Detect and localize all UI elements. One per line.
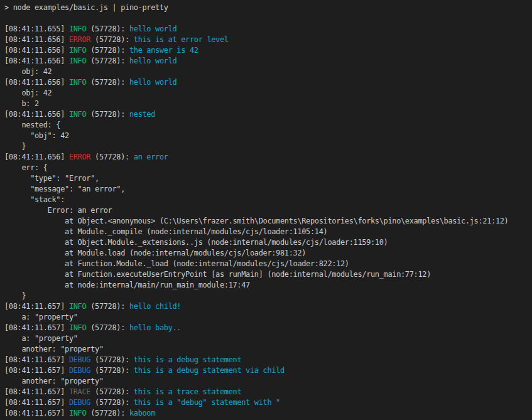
log-line: another: "property": [4, 376, 532, 387]
log-text: (57728):: [86, 46, 129, 55]
command-line: > node examples/basic.js | pino-pretty: [4, 3, 532, 13]
log-level-badge: DEBUG: [69, 366, 90, 375]
log-text: (57728):: [86, 323, 129, 332]
log-output: [08:41:11.655] INFO (57728): hello world…: [4, 13, 532, 419]
log-level-badge: TRACE: [69, 387, 90, 396]
log-line: err: {: [4, 163, 532, 173]
log-line: }: [4, 291, 532, 301]
log-line: at node:internal/main/run_main_module:17…: [4, 280, 532, 291]
log-line: a: "property": [4, 312, 532, 323]
log-line: }: [4, 141, 532, 152]
log-text: [08:41:11.657]: [4, 387, 69, 396]
log-level-badge: INFO: [69, 24, 86, 33]
log-level-badge: INFO: [69, 57, 86, 65]
log-message: hello child!: [129, 302, 181, 311]
log-line: "type": "Error",: [4, 173, 532, 184]
log-text: [08:41:11.657]: [4, 302, 69, 311]
log-line: at Module._compile (node:internal/module…: [4, 227, 532, 237]
log-level-badge: INFO: [69, 323, 86, 332]
log-text: [08:41:11.657]: [4, 409, 69, 417]
log-line: [08:41:11.656] INFO (57728): hello world: [4, 77, 532, 88]
log-text: [08:41:11.656]: [4, 35, 69, 44]
log-text: Error: an error: [4, 206, 112, 215]
log-message: hello world: [129, 78, 176, 87]
log-text: [08:41:11.656]: [4, 46, 69, 55]
log-line: a: "property": [4, 333, 532, 344]
log-text: at Object.Module._extensions..js (node:i…: [4, 238, 388, 247]
log-line: b: 2: [4, 99, 532, 109]
log-text: (57728):: [90, 355, 134, 364]
log-text: "type": "Error",: [4, 174, 99, 183]
log-text: (57728):: [86, 57, 129, 65]
log-text: [08:41:11.657]: [4, 366, 69, 375]
log-message: this is a debug statement via child: [134, 366, 285, 375]
log-text: [08:41:11.656]: [4, 110, 69, 119]
log-text: }: [4, 142, 26, 151]
log-text: [08:41:11.655]: [4, 24, 69, 33]
log-line: [08:41:11.657] DEBUG (57728): this is a …: [4, 397, 532, 408]
log-text: [08:41:11.656]: [4, 78, 69, 87]
log-line: at Module.load (node:internal/modules/cj…: [4, 248, 532, 259]
log-text: (57728):: [90, 153, 134, 161]
log-text: a: "property": [4, 313, 78, 321]
log-line: [08:41:11.656] INFO (57728): the answer …: [4, 45, 532, 56]
log-line: at Function.executeUserEntryPoint [as ru…: [4, 269, 532, 280]
log-line: [08:41:11.657] INFO (57728): hello baby.…: [4, 323, 532, 333]
log-text: nested: {: [4, 121, 60, 129]
log-message: this is a trace statement: [134, 387, 241, 396]
log-line: [08:41:11.657] INFO (57728): kaboom: [4, 408, 532, 419]
log-line: at Object.<anonymous> (C:\Users\frazer.s…: [4, 216, 532, 227]
log-line: obj: 42: [4, 88, 532, 99]
log-line: [08:41:11.657] DEBUG (57728): this is a …: [4, 355, 532, 365]
log-level-badge: DEBUG: [69, 398, 90, 407]
log-text: }: [4, 291, 26, 300]
log-line: "obj": 42: [4, 131, 532, 141]
log-text: (57728):: [86, 110, 129, 119]
log-level-badge: INFO: [69, 78, 86, 87]
log-text: at Function.Module._load (node:internal/…: [4, 259, 349, 268]
log-text: (57728):: [86, 409, 129, 417]
log-text: "obj": 42: [4, 131, 69, 140]
log-line: another: "property": [4, 344, 532, 355]
log-text: (57728):: [86, 24, 129, 33]
log-text: [08:41:11.657]: [4, 355, 69, 364]
log-text: (57728):: [86, 78, 129, 87]
log-message: hello world: [129, 57, 176, 65]
log-line: [08:41:11.657] TRACE (57728): this is a …: [4, 387, 532, 397]
log-line: at Function.Module._load (node:internal/…: [4, 259, 532, 269]
log-text: [08:41:11.656]: [4, 153, 69, 161]
log-line: [08:41:11.657] INFO (57728): hello child…: [4, 301, 532, 312]
log-text: at Module._compile (node:internal/module…: [4, 227, 327, 236]
log-line: [08:41:11.656] INFO (57728): hello world: [4, 56, 532, 67]
log-text: [08:41:11.657]: [4, 398, 69, 407]
log-level-badge: INFO: [69, 46, 86, 55]
log-text: (57728):: [90, 366, 134, 375]
log-line: nested: {: [4, 120, 532, 131]
log-line: [08:41:11.656] INFO (57728): nested: [4, 109, 532, 120]
log-text: obj: 42: [4, 67, 52, 76]
log-level-badge: INFO: [69, 409, 86, 417]
log-line: [08:41:11.657] DEBUG (57728): this is a …: [4, 365, 532, 376]
terminal-output[interactable]: > node examples/basic.js | pino-pretty […: [0, 0, 532, 420]
log-line: [4, 13, 532, 24]
log-text: at Module.load (node:internal/modules/cj…: [4, 249, 306, 257]
log-text: (57728):: [90, 398, 134, 407]
log-message: hello world: [129, 24, 176, 33]
log-text: at node:internal/main/run_main_module:17…: [4, 281, 250, 289]
log-message: kaboom: [129, 409, 155, 417]
log-message: this is a debug statement: [134, 355, 241, 364]
log-line: [08:41:11.656] ERROR (57728): this is at…: [4, 35, 532, 45]
log-message: this is a "debug" statement with ": [134, 398, 280, 407]
log-line: "stack":: [4, 195, 532, 205]
log-line: [08:41:11.656] ERROR (57728): an error: [4, 152, 532, 163]
log-text: "message": "an error",: [4, 185, 125, 193]
log-message: nested: [129, 110, 155, 119]
log-text: (57728):: [86, 302, 129, 311]
log-message: hello baby..: [129, 323, 181, 332]
log-level-badge: ERROR: [69, 153, 90, 161]
log-level-badge: INFO: [69, 302, 86, 311]
log-text: [08:41:11.657]: [4, 323, 69, 332]
log-text: (57728):: [90, 387, 134, 396]
log-text: obj: 42: [4, 89, 52, 97]
log-level-badge: DEBUG: [69, 355, 90, 364]
